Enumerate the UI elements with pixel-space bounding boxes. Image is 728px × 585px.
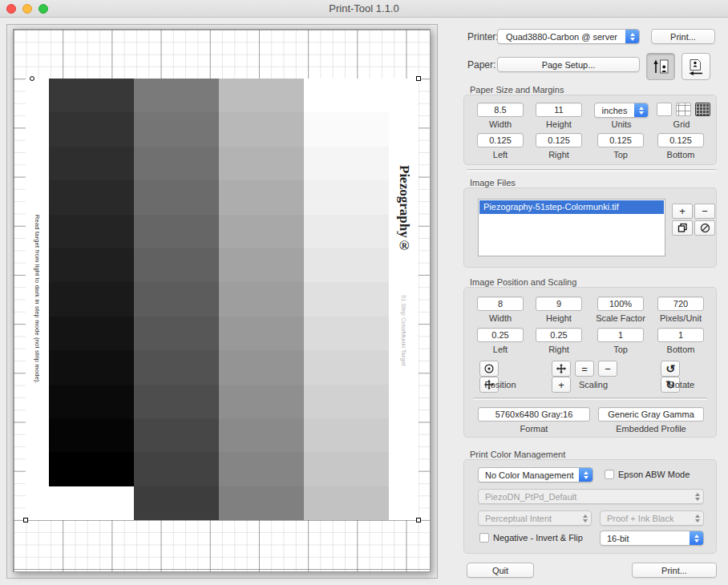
scale-factor-field[interactable]	[597, 297, 644, 311]
separator	[467, 169, 717, 171]
image-file-item-selected[interactable]: Piezography-51step-Colormunki.tif	[479, 200, 664, 214]
printer-select[interactable]: Quad3880-Carbon @ server	[497, 29, 640, 44]
step-patch	[49, 112, 134, 146]
step-patch	[134, 112, 219, 146]
image-height-label: Height	[536, 313, 582, 323]
printer-label: Printer:	[467, 31, 499, 42]
bit-depth-select[interactable]: 16-bit	[600, 531, 704, 546]
step-patch	[49, 317, 134, 350]
step-patch	[134, 452, 219, 486]
step-patch	[219, 112, 304, 146]
quit-button[interactable]: Quit	[467, 563, 534, 578]
duplicate-image-button[interactable]	[672, 220, 693, 236]
image-right-label: Right	[536, 345, 582, 354]
step-patch	[219, 282, 304, 316]
chevron-updown-icon	[692, 514, 703, 522]
control-panel: Printer: Quad3880-Carbon @ server Print.…	[438, 18, 728, 585]
step-patch	[49, 248, 134, 282]
margin-bottom-label: Bottom	[657, 150, 704, 159]
add-image-button[interactable]: +	[672, 204, 693, 219]
image-height-field[interactable]	[536, 297, 582, 311]
step-patch	[134, 350, 219, 384]
orientation-rotate-button[interactable]	[681, 53, 710, 80]
scale-down-button[interactable]: −	[598, 361, 617, 377]
target-image[interactable]: Read target from light to dark in step m…	[26, 79, 419, 520]
image-top-field[interactable]	[597, 328, 644, 342]
crop-mark	[416, 76, 421, 81]
step-patch	[134, 486, 219, 520]
target-subtitle: 51 Step ColorMunki Target	[400, 295, 407, 366]
units-select[interactable]: inches	[594, 103, 649, 118]
grid-fine-button[interactable]	[695, 103, 710, 116]
step-patch	[134, 248, 219, 282]
image-file-list[interactable]: Piezography-51step-Colormunki.tif	[478, 199, 665, 256]
embedded-profile-value: Generic Gray Gamma	[598, 407, 704, 422]
crop-mark	[30, 76, 34, 81]
step-patch	[134, 317, 219, 350]
grid-label: Grid	[657, 119, 706, 129]
paper-width-field[interactable]	[477, 103, 524, 117]
negative-invert-flip-checkbox[interactable]: Negative - Invert & Flip	[479, 533, 583, 543]
step-patch	[49, 147, 134, 180]
step-patch	[219, 317, 304, 350]
step-patch	[49, 486, 134, 520]
step-patch	[49, 215, 134, 248]
print-button-top[interactable]: Print...	[651, 29, 715, 44]
page-setup-button[interactable]: Page Setup...	[497, 57, 640, 72]
step-patch	[219, 79, 304, 112]
prohibit-icon	[700, 223, 710, 233]
step-patch	[304, 282, 389, 316]
crop-mark	[23, 518, 28, 522]
step-patch	[134, 180, 219, 214]
format-value: 5760x6480 Gray:16	[478, 407, 590, 422]
checkbox-icon	[479, 533, 489, 543]
step-patch	[219, 418, 304, 452]
paper-height-field[interactable]	[536, 103, 582, 117]
step-patch	[219, 180, 304, 214]
remove-image-button[interactable]: −	[694, 204, 715, 219]
epson-abw-checkbox[interactable]: Epson ABW Mode	[605, 470, 690, 479]
step-patch	[134, 147, 219, 180]
print-button[interactable]: Print...	[632, 563, 717, 578]
orientation-portrait-button[interactable]	[646, 53, 675, 80]
paper-label: Paper:	[467, 59, 495, 71]
preview-page: Read target from light to dark in step m…	[13, 29, 431, 572]
image-bottom-field[interactable]	[657, 328, 704, 342]
image-file-buttons: + −	[672, 204, 715, 236]
step-patch	[49, 385, 134, 418]
step-patch	[304, 147, 389, 180]
margin-right-field[interactable]	[536, 133, 582, 147]
grid-coarse-button[interactable]	[676, 103, 691, 116]
center-image-button[interactable]	[479, 361, 499, 377]
step-patch	[304, 350, 389, 384]
margin-top-field[interactable]	[597, 133, 644, 147]
image-width-field[interactable]	[477, 297, 524, 311]
margin-bottom-field[interactable]	[657, 133, 704, 147]
paper-width-label: Width	[477, 119, 524, 129]
pixels-per-unit-field[interactable]	[657, 297, 704, 311]
target-branding-strip: Piezography® 51 Step ColorMunki Target	[389, 79, 419, 520]
step-patch	[134, 282, 219, 316]
clear-images-button[interactable]	[694, 220, 715, 236]
target-brand: Piezography®	[396, 165, 412, 253]
margin-top-label: Top	[597, 150, 644, 159]
scaling-label: Scaling	[552, 380, 635, 389]
grid-buttons	[657, 103, 712, 116]
image-files-section-title: Image Files	[470, 178, 516, 188]
chevron-updown-icon	[634, 103, 648, 117]
format-label: Format	[478, 424, 590, 434]
image-right-field[interactable]	[536, 328, 582, 342]
chevron-updown-icon	[625, 30, 639, 43]
color-management-select[interactable]: No Color Management	[478, 467, 593, 482]
scale-reset-button[interactable]: =	[575, 361, 594, 377]
paper-height-label: Height	[536, 119, 582, 129]
scaling-buttons: = − + Scaling	[552, 361, 635, 391]
step-patch	[304, 248, 389, 282]
scale-fit-button[interactable]	[552, 361, 571, 377]
grid-off-button[interactable]	[657, 103, 672, 116]
margin-left-field[interactable]	[477, 133, 524, 147]
image-left-field[interactable]	[477, 328, 524, 342]
rotate-ccw-button[interactable]: ↺	[661, 361, 680, 377]
resize-arrows-icon	[556, 363, 567, 374]
position-label: Position	[479, 380, 521, 389]
